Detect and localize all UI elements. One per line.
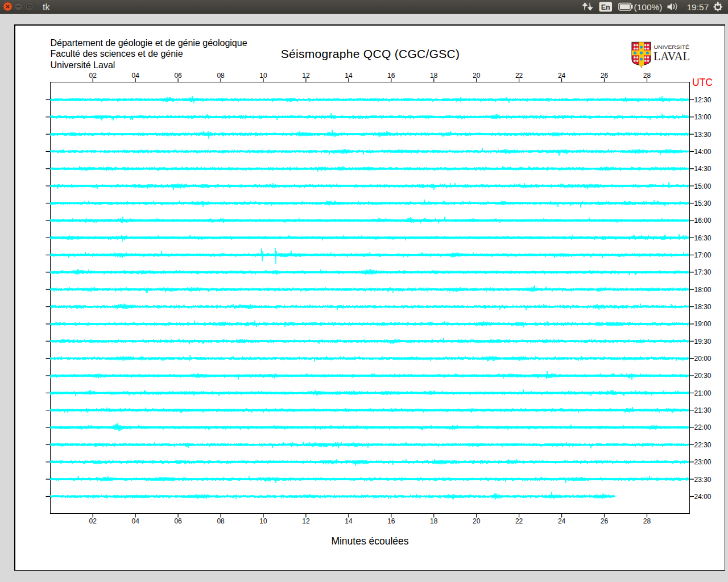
svg-text:14: 14 (345, 517, 353, 525)
svg-text:tk: tk (43, 2, 50, 12)
svg-text:06: 06 (174, 72, 182, 80)
svg-text:16:30: 16:30 (694, 234, 712, 242)
svg-text:16:00: 16:00 (694, 217, 712, 225)
svg-text:12: 12 (302, 72, 310, 80)
svg-text:12:30: 12:30 (694, 96, 712, 104)
svg-text:26: 26 (601, 517, 609, 525)
svg-text:28: 28 (643, 517, 651, 525)
svg-text:18: 18 (430, 72, 438, 80)
svg-text:Minutes écoulées: Minutes écoulées (331, 535, 408, 547)
svg-text:22:00: 22:00 (694, 423, 712, 431)
svg-text:17:30: 17:30 (694, 268, 712, 276)
svg-text:24: 24 (558, 72, 566, 80)
svg-text:22: 22 (515, 72, 523, 80)
svg-text:13:00: 13:00 (694, 113, 712, 121)
svg-text:19:30: 19:30 (694, 338, 712, 346)
svg-text:21:30: 21:30 (694, 406, 712, 414)
svg-text:18:00: 18:00 (694, 286, 712, 294)
svg-text:20:00: 20:00 (694, 355, 712, 363)
svg-text:23:00: 23:00 (694, 458, 712, 466)
svg-text:14:30: 14:30 (694, 165, 712, 173)
svg-text:02: 02 (89, 517, 97, 525)
svg-text:14:00: 14:00 (694, 148, 712, 156)
svg-text:15:00: 15:00 (694, 182, 712, 190)
svg-text:10: 10 (259, 72, 267, 80)
svg-text:LAVAL: LAVAL (653, 49, 690, 63)
svg-text:18: 18 (430, 517, 438, 525)
svg-text:24:00: 24:00 (694, 493, 712, 501)
svg-text:14: 14 (345, 72, 353, 80)
svg-text:(100%): (100%) (634, 2, 663, 12)
svg-text:10: 10 (259, 517, 267, 525)
svg-text:18:30: 18:30 (694, 303, 712, 311)
svg-text:Université Laval: Université Laval (51, 60, 115, 70)
svg-text:28: 28 (643, 72, 651, 80)
svg-text:04: 04 (132, 517, 140, 525)
svg-text:19:00: 19:00 (694, 320, 712, 328)
svg-text:15:30: 15:30 (694, 199, 712, 207)
svg-text:16: 16 (387, 517, 395, 525)
svg-text:17:00: 17:00 (694, 251, 712, 259)
svg-text:19:57: 19:57 (687, 2, 709, 12)
svg-text:02: 02 (89, 72, 97, 80)
svg-text:20: 20 (473, 72, 481, 80)
svg-text:21:00: 21:00 (694, 389, 712, 397)
svg-text:08: 08 (217, 517, 225, 525)
svg-text:26: 26 (601, 72, 609, 80)
svg-text:23:30: 23:30 (694, 476, 712, 484)
svg-text:13:30: 13:30 (694, 131, 712, 139)
svg-text:Département de géologie et de: Département de géologie et de génie géol… (51, 38, 247, 48)
svg-text:20: 20 (473, 517, 481, 525)
svg-text:22:30: 22:30 (694, 441, 712, 449)
svg-text:Faculté des sciences et de gén: Faculté des sciences et de génie (51, 49, 183, 59)
svg-text:04: 04 (132, 72, 140, 80)
svg-text:08: 08 (217, 72, 225, 80)
svg-text:En: En (601, 3, 610, 11)
svg-text:24: 24 (558, 517, 566, 525)
svg-text:16: 16 (387, 72, 395, 80)
svg-text:UTC: UTC (692, 77, 713, 88)
svg-text:22: 22 (515, 517, 523, 525)
svg-text:20:30: 20:30 (694, 372, 712, 380)
svg-text:Séismographe QCQ (CGC/GSC): Séismographe QCQ (CGC/GSC) (281, 47, 460, 60)
svg-text:06: 06 (174, 517, 182, 525)
svg-text:12: 12 (302, 517, 310, 525)
